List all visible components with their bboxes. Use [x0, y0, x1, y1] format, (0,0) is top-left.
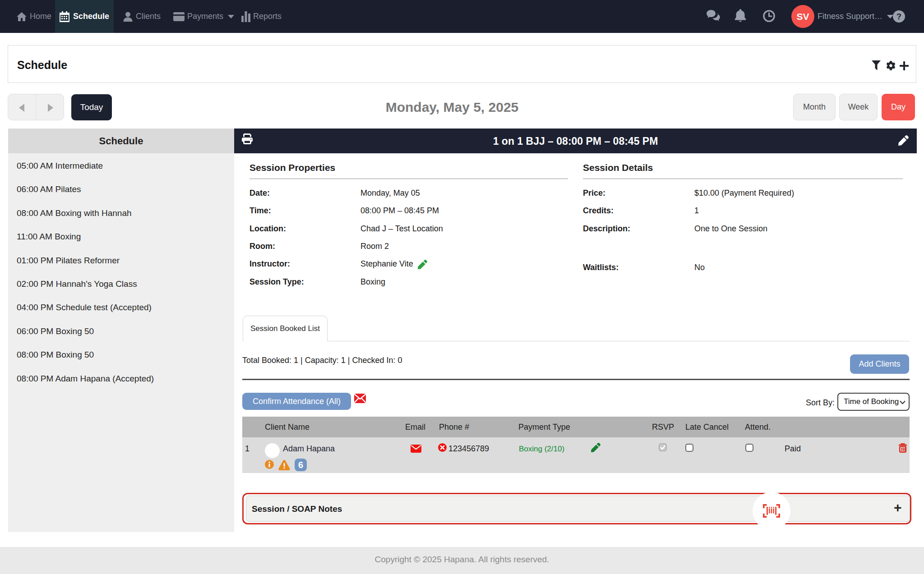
svg-text:?: ? — [896, 12, 901, 21]
